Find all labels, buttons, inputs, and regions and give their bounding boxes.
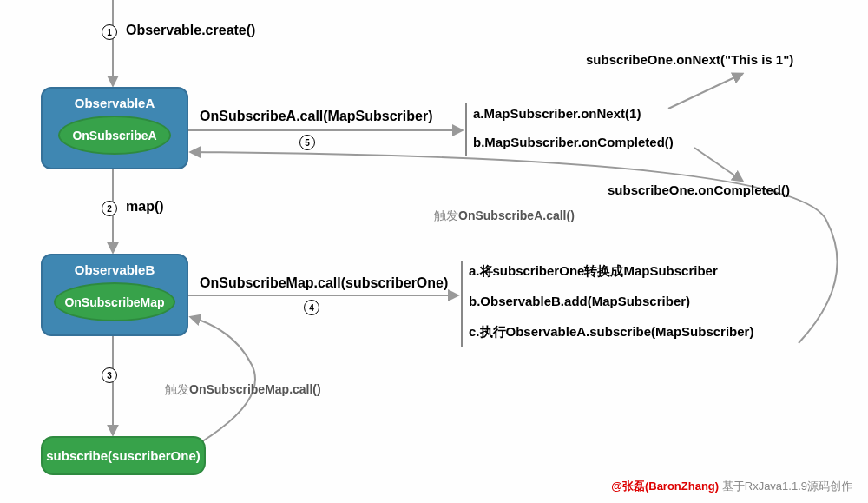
- step-2-badge: 2: [102, 201, 117, 216]
- credit-author: @张磊(BaronZhang): [611, 480, 719, 493]
- trigger-a-text: 触发OnSubscribeA.call(): [434, 208, 575, 224]
- credit-line: @张磊(BaronZhang) 基于RxJava1.1.9源码创作: [611, 479, 852, 494]
- trigger-map-main: OnSubscribeMap.call(): [189, 382, 321, 396]
- result-top-b: b.MapSubscriber.onCompleted(): [473, 135, 674, 149]
- trigger-map-text: 触发OnSubscribeMap.call(): [165, 382, 321, 398]
- subscribe-box: subscribe(suscriberOne): [41, 436, 206, 475]
- call-map-label: OnSubscribeMap.call(subscriberOne): [200, 275, 448, 291]
- svg-line-7: [668, 74, 742, 109]
- map-label: map(): [126, 199, 164, 215]
- svg-line-8: [694, 148, 742, 181]
- result-oncompleted: subscribeOne.onCompleted(): [608, 182, 790, 197]
- result-bottom-b: b.ObservableB.add(MapSubscriber): [469, 294, 690, 308]
- observable-a-box: ObservableA OnSubscribeA: [41, 87, 188, 169]
- trigger-a-main: OnSubscribeA.call(): [458, 208, 575, 222]
- onsubscribe-a-pill: OnSubscribeA: [58, 116, 171, 155]
- observable-b-title: ObservableB: [53, 262, 176, 277]
- result-bottom-c: c.执行ObservableA.subscribe(MapSubscriber): [469, 324, 753, 341]
- result-onnext-str: subscribeOne.onNext("This is 1"): [586, 52, 793, 67]
- call-a-label: OnSubscribeA.call(MapSubscriber): [200, 109, 433, 124]
- onsubscribe-map-pill: OnSubscribeMap: [54, 282, 175, 321]
- observable-a-title: ObservableA: [53, 96, 176, 110]
- onsubscribe-a-label: OnSubscribeA: [72, 129, 156, 142]
- observable-b-box: ObservableB OnSubscribeMap: [41, 254, 188, 336]
- subscribe-label: subscribe(suscriberOne): [46, 448, 201, 463]
- credit-note: 基于RxJava1.1.9源码创作: [719, 480, 852, 493]
- diagram-arrows: [0, 0, 868, 503]
- result-top-a: a.MapSubscriber.onNext(1): [473, 106, 641, 121]
- result-bottom-a: a.将subscriberOne转换成MapSubscriber: [469, 263, 718, 280]
- step-4-badge: 4: [304, 300, 319, 315]
- create-label: Observable.create(): [126, 23, 255, 38]
- step-1-badge: 1: [102, 24, 117, 40]
- step-3-badge: 3: [102, 367, 117, 383]
- onsubscribe-map-label: OnSubscribeMap: [64, 295, 164, 309]
- step-5-badge: 5: [299, 135, 315, 150]
- trigger-a-prefix: 触发: [434, 208, 458, 222]
- trigger-map-prefix: 触发: [165, 382, 189, 396]
